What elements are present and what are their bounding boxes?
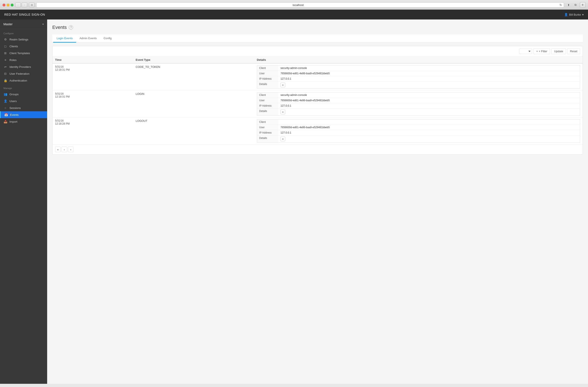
detail-value: 127.0.0.1 [278,103,580,109]
sidebar: Master ▾ Configure ⚙ Realm Settings ◻ Cl… [0,19,47,384]
detail-value: 127.0.0.1 [278,76,580,81]
prev-page-button[interactable]: ‹ [62,147,67,152]
detail-value: 7656600d-ed61-4e86-baa9-e529481bbeb5 [278,125,580,130]
page-header: Events ? [52,25,583,30]
import-icon: 📥 [3,120,7,123]
details-table: ClientUser7656600d-ed61-4e86-baa9-e52948… [257,119,580,143]
details-table: Clientsecurity-admin-consoleUser7656600d… [257,92,580,116]
detail-value: + [278,81,580,89]
col-event-type: Event Type [133,57,254,63]
detail-label: Details [257,135,278,143]
detail-row: Client [257,119,580,125]
details-expand-button[interactable]: + [280,136,285,141]
sidebar-label-clients: Clients [9,45,18,48]
events-table: Time Event Type Details 5/31/1612:18:31 … [52,57,583,144]
detail-label: Details [257,81,278,89]
new-tab-button[interactable]: + [580,2,586,8]
filter-plus-icon: + [536,50,538,53]
tab-admin-events[interactable]: Admin Events [76,35,100,43]
realm-settings-icon: ⚙ [3,38,7,41]
user-menu[interactable]: 👤 Bill Burke ▾ [564,13,584,16]
window-button[interactable]: ⊡ [29,2,35,7]
nav-buttons: ‹ › [15,2,27,7]
detail-row: IP Address127.0.0.1 [257,130,580,135]
user-name: Bill Burke [569,13,581,16]
detail-row: User7656600d-ed61-4e86-baa9-e529481bbeb5 [257,125,580,130]
sidebar-label-sessions: Sessions [9,106,21,110]
sidebar-label-groups: Groups [9,93,19,96]
event-details-cell: Clientsecurity-admin-consoleUser7656600d… [254,91,583,117]
reset-button[interactable]: Reset [567,48,580,54]
duplicate-button[interactable]: ⧉ [573,2,578,7]
detail-label: Client [257,119,278,125]
sidebar-item-clients[interactable]: ◻ Clients [0,43,47,50]
tab-config[interactable]: Config [100,35,115,43]
detail-row: User7656600d-ed61-4e86-baa9-e529481bbeb5 [257,98,580,103]
forward-button[interactable]: › [22,2,27,7]
sidebar-item-client-templates[interactable]: ⊞ Client Templates [0,50,47,57]
sidebar-item-users[interactable]: 👤 Users [0,97,47,104]
next-page-button[interactable]: › [68,147,74,152]
share-button[interactable]: ⬆ [566,2,571,7]
table-row: 5/31/1612:18:31 PMCODE_TO_TOKENClientsec… [52,63,583,91]
sidebar-item-realm-settings[interactable]: ⚙ Realm Settings [0,36,47,43]
detail-label: IP Address [257,130,278,135]
detail-value: 7656600d-ed61-4e86-baa9-e529481bbeb5 [278,71,580,76]
table-header: Time Event Type Details [52,57,583,63]
url-text: localhost [38,3,558,7]
details-table: Clientsecurity-admin-consoleUser7656600d… [257,65,580,89]
sidebar-item-roles[interactable]: ≡ Roles [0,57,47,63]
app-logo: RED HAT SINGLE SIGN-ON [4,13,45,16]
main-content: Events ? Login Events Admin Events Confi… [47,19,588,384]
browser-chrome: ‹ › ⊡ localhost ↻ ⬆ ⧉ + [0,0,588,10]
sidebar-label-client-templates: Client Templates [9,52,30,55]
realm-selector[interactable]: Master ▾ [0,19,47,29]
detail-row: Clientsecurity-admin-console [257,93,580,98]
sidebar-item-import[interactable]: 📥 Import [0,118,47,125]
sidebar-label-realm-settings: Realm Settings [9,38,28,41]
table-row: 5/31/1612:18:31 PMLOGINClientsecurity-ad… [52,91,583,117]
sidebar-item-groups[interactable]: 👥 Groups [0,91,47,97]
help-icon[interactable]: ? [69,25,73,30]
authentication-icon: 🔒 [3,79,7,82]
minimize-button[interactable] [7,4,9,6]
user-icon: 👤 [564,13,568,16]
sidebar-item-identity-providers[interactable]: ⇌ Identity Providers [0,63,47,70]
refresh-button[interactable]: ↻ [560,3,562,7]
browser-toolbar: ‹ › ⊡ localhost ↻ ⬆ ⧉ + [2,2,586,8]
detail-label: User [257,98,278,103]
detail-value: + [278,109,580,116]
sidebar-item-events[interactable]: 📅 Events [0,111,47,118]
close-button[interactable] [2,4,5,6]
detail-value: security-admin-console [278,65,580,71]
event-time: 5/31/1612:18:28 PM [55,119,130,125]
col-time: Time [52,57,133,63]
sidebar-label-import: Import [9,120,17,123]
app-body: Master ▾ Configure ⚙ Realm Settings ◻ Cl… [0,19,588,384]
sidebar-item-authentication[interactable]: 🔒 Authentication [0,77,47,84]
details-expand-button[interactable]: + [280,110,285,114]
event-time-cell: 5/31/1612:18:28 PM [52,117,133,144]
sidebar-item-user-federation[interactable]: ⊟ User Federation [0,70,47,77]
address-bar: localhost ↻ [36,2,564,7]
detail-label: Client [257,93,278,98]
tab-login-events[interactable]: Login Events [53,35,76,43]
filter-select[interactable] [519,49,532,54]
pagination: « ‹ › [52,144,583,154]
filter-button[interactable]: ++ Filter [533,48,550,54]
tabs: Login Events Admin Events Config [52,35,583,43]
detail-value [278,119,580,125]
detail-label: Client [257,65,278,71]
sidebar-item-sessions[interactable]: ○ Sessions [0,104,47,111]
event-details-cell: Clientsecurity-admin-consoleUser7656600d… [254,63,583,91]
detail-value: + [278,135,580,143]
event-type-cell: LOGOUT [133,117,254,144]
clients-icon: ◻ [3,44,7,48]
first-page-button[interactable]: « [55,147,61,152]
back-button[interactable]: ‹ [15,2,21,7]
realm-name: Master [3,22,13,26]
maximize-button[interactable] [11,4,14,6]
details-expand-button[interactable]: + [280,83,285,87]
event-time: 5/31/1612:18:31 PM [55,65,130,71]
update-button[interactable]: Update [551,48,566,54]
